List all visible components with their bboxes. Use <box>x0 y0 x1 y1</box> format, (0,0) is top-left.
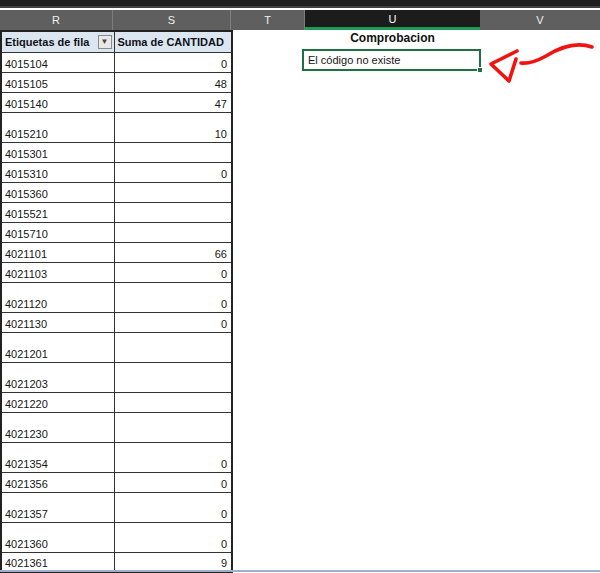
row-label-cell[interactable]: 4015710 <box>1 222 114 242</box>
row-label-cell[interactable]: 4021130 <box>1 312 114 332</box>
row-value-cell[interactable]: 0 <box>114 262 232 282</box>
row-label-cell[interactable]: 4015210 <box>1 112 114 142</box>
row-value-cell[interactable] <box>114 182 232 202</box>
row-value-cell[interactable]: 0 <box>114 522 232 552</box>
red-arrow-annotation <box>485 38 600 93</box>
row-label-cell[interactable]: 4021360 <box>1 522 114 552</box>
row-value-cell[interactable]: 0 <box>114 282 232 312</box>
row-value-cell[interactable]: 48 <box>114 72 232 92</box>
row-label-cell[interactable]: 4021357 <box>1 492 114 522</box>
row-label-cell[interactable]: 4021230 <box>1 412 114 442</box>
pivot-table-row[interactable]: 4021356 0 <box>1 472 232 492</box>
row-value-cell[interactable]: 0 <box>114 492 232 522</box>
row-label-cell[interactable]: 4021103 <box>1 262 114 282</box>
pivot-table-row[interactable]: 4021357 0 <box>1 492 232 522</box>
pivot-table-row[interactable]: 4015140 47 <box>1 92 232 112</box>
selected-cell-comprobacion[interactable]: El código no existe <box>302 49 481 71</box>
row-value-cell[interactable] <box>114 202 232 222</box>
pivot-table-row[interactable]: 4021230 <box>1 412 232 442</box>
row-value-cell[interactable]: 0 <box>114 52 232 72</box>
top-dark-strip <box>0 0 600 8</box>
row-label-cell[interactable]: 4015140 <box>1 92 114 112</box>
row-value-cell[interactable]: 66 <box>114 242 232 262</box>
row-label-cell[interactable]: 4021220 <box>1 392 114 412</box>
row-value-cell[interactable]: 0 <box>114 472 232 492</box>
row-label-cell[interactable]: 4015104 <box>1 52 114 72</box>
pivot-table-row[interactable]: 4021354 0 <box>1 442 232 472</box>
row-value-cell[interactable] <box>114 142 232 162</box>
pivot-table-row[interactable]: 4015210 10 <box>1 112 232 142</box>
pivot-values-header[interactable]: Suma de CANTIDAD <box>114 31 232 52</box>
row-label-cell[interactable]: 4015360 <box>1 182 114 202</box>
selected-cell-text: El código no existe <box>308 54 400 66</box>
pivot-table-row[interactable]: 4015105 48 <box>1 72 232 92</box>
pivot-table-row[interactable]: 4015301 <box>1 142 232 162</box>
pivot-table-row[interactable]: 4021203 <box>1 362 232 392</box>
row-label-cell[interactable]: 4021120 <box>1 282 114 312</box>
row-value-cell[interactable]: 0 <box>114 312 232 332</box>
row-value-cell[interactable] <box>114 392 232 412</box>
comprobacion-label: Comprobacion <box>305 31 480 48</box>
row-label-cell[interactable]: 4021203 <box>1 362 114 392</box>
pivot-header-row: Etiquetas de fila ▼ Suma de CANTIDAD <box>1 31 232 52</box>
row-value-cell[interactable]: 47 <box>114 92 232 112</box>
row-value-cell[interactable] <box>114 332 232 362</box>
row-label-cell[interactable]: 4021356 <box>1 472 114 492</box>
pivot-table-row[interactable]: 4015104 0 <box>1 52 232 72</box>
next-row-edge-line <box>0 570 600 572</box>
row-value-cell[interactable]: 9 <box>114 552 232 572</box>
row-label-cell[interactable]: 4021354 <box>1 442 114 472</box>
row-label-cell[interactable]: 4021201 <box>1 332 114 362</box>
pivot-table-row[interactable]: 4021101 66 <box>1 242 232 262</box>
pivot-table-row[interactable]: 4021120 0 <box>1 282 232 312</box>
row-label-cell[interactable]: 4021101 <box>1 242 114 262</box>
pivot-table-row[interactable]: 4021220 <box>1 392 232 412</box>
sheet-area: Etiquetas de fila ▼ Suma de CANTIDAD 401… <box>0 30 600 573</box>
row-value-cell[interactable] <box>114 412 232 442</box>
row-value-cell[interactable]: 0 <box>114 442 232 472</box>
pivot-table-row[interactable]: 4015360 <box>1 182 232 202</box>
pivot-table-row[interactable]: 4021130 0 <box>1 312 232 332</box>
row-label-cell[interactable]: 4015521 <box>1 202 114 222</box>
column-header-S[interactable]: S <box>113 10 231 30</box>
row-value-cell[interactable]: 10 <box>114 112 232 142</box>
column-header-U[interactable]: U <box>305 10 480 30</box>
filter-dropdown-icon[interactable]: ▼ <box>98 35 112 49</box>
column-header-T[interactable]: T <box>231 10 305 30</box>
row-label-cell[interactable]: 4021361 <box>1 552 114 572</box>
pivot-table-row[interactable]: 4015521 <box>1 202 232 222</box>
pivot-table: Etiquetas de fila ▼ Suma de CANTIDAD 401… <box>0 30 233 573</box>
row-label-cell[interactable]: 4015301 <box>1 142 114 162</box>
pivot-row-labels-header[interactable]: Etiquetas de fila ▼ <box>1 31 114 52</box>
pivot-table-row[interactable]: 4015710 <box>1 222 232 242</box>
row-value-cell[interactable]: 0 <box>114 162 232 182</box>
fill-handle[interactable] <box>477 67 483 73</box>
row-labels-text: Etiquetas de fila <box>5 36 89 48</box>
row-label-cell[interactable]: 4015105 <box>1 72 114 92</box>
row-value-cell[interactable] <box>114 222 232 242</box>
column-header-band: RSTUV <box>0 10 600 30</box>
row-label-cell[interactable]: 4015310 <box>1 162 114 182</box>
pivot-table-row[interactable]: 4021360 0 <box>1 522 232 552</box>
row-value-cell[interactable] <box>114 362 232 392</box>
pivot-table-row[interactable]: 4021201 <box>1 332 232 362</box>
pivot-table-row[interactable]: 4021361 9 <box>1 552 232 572</box>
column-header-V[interactable]: V <box>480 10 600 30</box>
pivot-table-row[interactable]: 4015310 0 <box>1 162 232 182</box>
excel-spreadsheet: RSTUV Etiquetas de fila ▼ Suma de CANTID… <box>0 0 600 573</box>
pivot-table-row[interactable]: 4021103 0 <box>1 262 232 282</box>
column-header-R[interactable]: R <box>0 10 113 30</box>
